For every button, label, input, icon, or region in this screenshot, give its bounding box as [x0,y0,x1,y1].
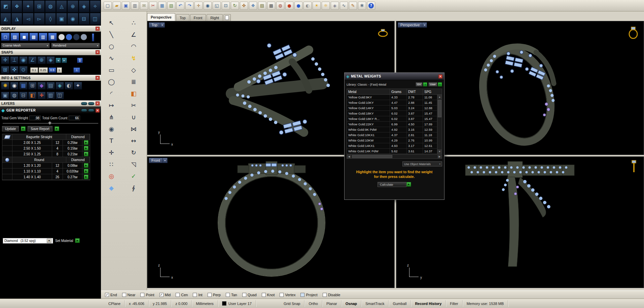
close-icon[interactable] [96,101,100,105]
grid-snap-toggle[interactable]: ⊞ [1,66,9,74]
status-item[interactable]: Gumball [389,300,411,307]
copy[interactable]: ▦ [158,2,166,10]
user-indicator[interactable]: ▮ [438,82,442,87]
metal-row[interactable]: Yellow Gold:10KY 4.47 2.88 11.45 [347,100,442,105]
use-object-materials-select[interactable]: Use Object Materials [402,161,442,166]
project-gems-tool[interactable]: ⊕ [67,0,78,12]
material-select[interactable]: Diamond (3.52 spg) ▼ [3,238,53,244]
dialog-title-bar[interactable]: ◈ METAL WEIGHTS [345,73,444,80]
gv-toggle-button[interactable]: GV [416,82,423,87]
snap-angle-tool[interactable]: ∠ [28,56,37,64]
osnap-checkbox-item[interactable]: Point [140,293,154,297]
snap-next-button[interactable]: ▸ [62,58,67,63]
window-layout-tool[interactable]: ◫ [90,13,101,25]
close-icon[interactable] [96,27,100,31]
mirror-tool[interactable]: ⋈ [129,124,139,134]
spotlight[interactable]: ☀ [313,2,321,10]
gem-info-tool[interactable]: ✺ [1,82,9,90]
close-icon[interactable] [438,74,442,79]
subtract-tool[interactable]: ⊟ [79,13,90,25]
vertical-scrollbar[interactable]: ▲ ▼ [437,95,442,154]
calculate-go-button[interactable] [406,182,411,187]
line-tool[interactable]: ╲ [106,30,116,39]
halo-tool[interactable]: ◍ [45,0,56,12]
curve-tool[interactable]: ∿ [106,54,116,63]
zoom-extents[interactable]: ⊡ [222,2,230,10]
rotate-view[interactable]: ↻ [231,2,239,10]
checkbox[interactable] [140,293,144,297]
print[interactable]: ▥ [131,2,139,10]
status-item[interactable]: Planar [322,300,342,307]
update-button[interactable]: Update [2,126,19,131]
mask-tool[interactable]: ◍ [10,92,19,99]
metal-weights-dialog[interactable]: ◈ METAL WEIGHTS Library: Classic - (Fast… [344,72,444,200]
checkbox[interactable] [262,293,266,297]
zoom-dynamic[interactable]: ◉ [204,2,212,10]
column-header-metal[interactable]: Metal [347,89,390,94]
layer-manager[interactable]: ▤ [258,2,266,10]
center-snap-toggle[interactable]: ⊙ [19,66,28,74]
checkbox[interactable] [226,293,230,297]
scale-tool[interactable]: ◹ [129,160,139,169]
gem-studio-tool[interactable]: ❖ [11,0,22,12]
metal-row[interactable]: Yellow Gold:18KY 6.02 3.87 15.47 [347,111,442,116]
zoom-window[interactable]: ◱ [213,2,221,10]
snap-center-tool[interactable]: ◉ [19,56,28,64]
sketch-pencil[interactable]: ✎ [349,2,357,10]
polygon-tool[interactable]: ◇ [129,65,139,75]
save-report-button[interactable]: Save Report [28,126,52,131]
chevron-down-icon[interactable] [160,23,165,27]
column-header-dwt[interactable]: DWT [407,89,423,94]
close-icon[interactable] [96,50,100,54]
gem-table-row[interactable]: 2.50 X 1.25 8 0.21tw [2,151,90,157]
scroll-right-icon[interactable]: ▶ [437,155,442,158]
gem-row-go-button[interactable] [84,163,88,168]
gem-placement-tool[interactable]: ◆ [106,183,116,193]
select-pointer[interactable]: ↖ [106,18,116,28]
metal-row[interactable]: White Gold:14KX1 4.93 3.17 12.61 [347,143,442,149]
offset-tool[interactable]: ≣ [129,77,139,87]
close-icon[interactable] [96,76,100,80]
rotate-tool[interactable]: ↻ [129,148,139,157]
update-go-button[interactable] [21,126,26,131]
ellipse-tool[interactable]: ◯ [106,77,116,87]
osnap-checkbox-item[interactable]: Disable [323,293,341,297]
osnap-checkbox-item[interactable]: Near [122,293,136,297]
metal-row[interactable]: Yellow Gold:22KY 6.99 4.50 17.89 [347,122,442,127]
new-file[interactable]: ▢ [104,2,112,10]
save-report-go-button[interactable] [55,126,59,131]
checkbox[interactable] [208,293,212,297]
metal-row[interactable]: White Gold:10KW 4.29 2.76 10.99 [347,138,442,143]
snap-increment-button[interactable]: 0.25 [39,67,48,73]
move-snap-toggle[interactable]: ✜ [10,66,19,74]
osnap-checkbox-item[interactable]: Mid [159,293,171,297]
metal-row[interactable]: Yellow Gold:9KY 4.33 2.78 11.08 [347,95,442,100]
osnap-checkbox-item[interactable]: Cen [176,293,188,297]
join-tool[interactable]: ∪ [129,113,139,122]
snap-vertex-tool[interactable]: ◈ [46,56,55,64]
split-tool[interactable]: ⋔ [106,113,116,122]
chevron-down-icon[interactable] [163,158,167,163]
column-settings-tool[interactable]: ◫ [56,92,64,99]
checkbox[interactable] [323,293,327,297]
gem-table-row[interactable]: 1.20 X 1.20 12 0.08tw [2,163,90,168]
render-mode-select[interactable]: Rendered [51,43,100,48]
render-sphere-blue[interactable]: ● [294,2,302,10]
gem-row-go-button[interactable] [84,152,88,156]
prong-tool[interactable]: ◬ [56,0,67,12]
gem-cut-tool[interactable]: ◊ [45,13,56,25]
panel-pin-button[interactable] [81,109,87,112]
gem-table-row[interactable]: 1.40 X 1.40 26 0.27tw [2,174,90,180]
history-check-tool[interactable]: ✓ [129,172,139,181]
snap-perpendicular-tool[interactable]: ⊥ [10,56,19,64]
gem-row-go-button[interactable] [84,140,88,145]
sweep-tool[interactable]: ∮ [129,183,139,193]
display-sphere-white[interactable] [58,34,65,40]
osnap-checkbox-item[interactable]: Tan [226,293,237,297]
checkbox[interactable] [159,293,164,297]
shaded-display-mode[interactable]: ▨ [10,33,19,41]
status-item[interactable]: Millimeters [192,300,218,307]
status-item[interactable]: Record History [411,300,446,307]
ghosted-display-mode[interactable]: ▩ [29,33,38,41]
checkbox[interactable] [193,293,197,297]
